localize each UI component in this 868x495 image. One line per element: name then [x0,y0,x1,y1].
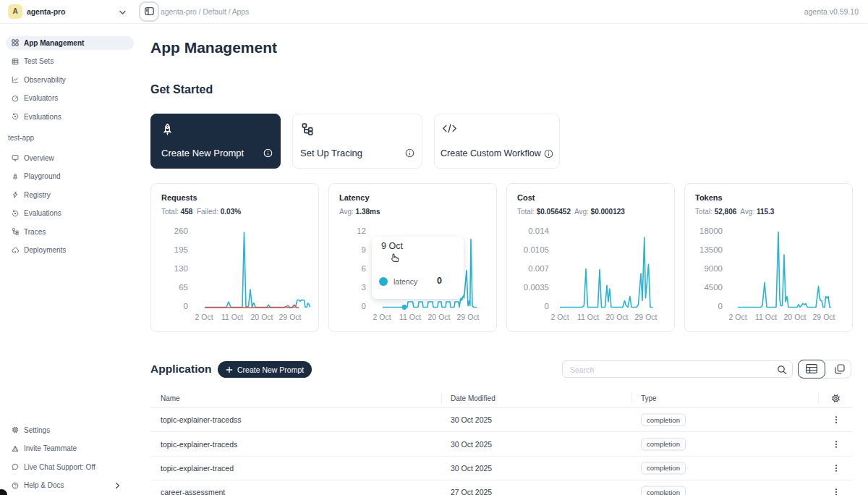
svg-text:11 Oct: 11 Oct [577,313,599,321]
svg-text:9000: 9000 [704,264,723,273]
svg-text:0: 0 [718,302,723,310]
svg-text:11 Oct: 11 Oct [399,313,421,321]
svg-text:0: 0 [545,302,549,310]
svg-text:12: 12 [357,227,366,235]
svg-text:2 Oct: 2 Oct [550,313,569,321]
svg-text:0.007: 0.007 [528,264,549,273]
svg-text:0.0035: 0.0035 [524,283,549,292]
svg-text:65: 65 [179,283,188,292]
svg-text:0.014: 0.014 [528,227,549,235]
svg-text:29 Oct: 29 Oct [635,313,658,321]
svg-text:0: 0 [362,302,366,310]
svg-text:2 Oct: 2 Oct [195,313,213,321]
svg-text:260: 260 [174,227,188,235]
svg-text:6: 6 [362,264,366,273]
svg-text:130: 130 [174,264,188,273]
svg-text:195: 195 [174,245,188,254]
svg-text:0: 0 [184,302,188,310]
svg-text:2 Oct: 2 Oct [728,313,746,321]
svg-text:20 Oct: 20 Oct [784,313,807,321]
svg-text:9: 9 [362,245,366,254]
svg-text:29 Oct: 29 Oct [457,313,480,321]
svg-text:20 Oct: 20 Oct [428,313,451,321]
svg-text:20 Oct: 20 Oct [606,313,629,321]
svg-text:18000: 18000 [699,227,723,235]
svg-text:20 Oct: 20 Oct [251,313,273,321]
svg-text:0.0105: 0.0105 [524,245,549,254]
svg-text:13500: 13500 [699,245,723,254]
svg-text:4500: 4500 [704,283,723,292]
svg-text:11 Oct: 11 Oct [221,313,243,321]
svg-text:3: 3 [362,283,366,292]
svg-text:29 Oct: 29 Oct [279,313,302,321]
svg-text:2 Oct: 2 Oct [373,313,391,321]
svg-text:11 Oct: 11 Oct [755,313,777,321]
svg-text:29 Oct: 29 Oct [813,313,835,321]
